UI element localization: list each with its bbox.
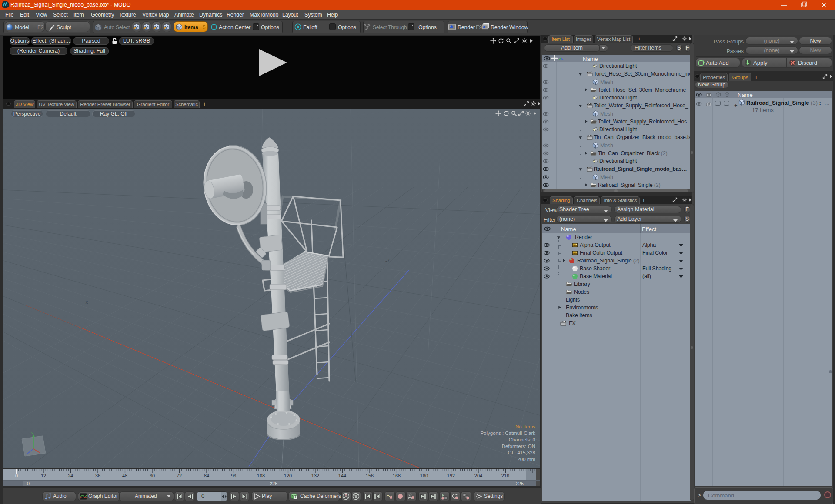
svg-text:-X.: -X. xyxy=(84,300,90,305)
svg-text:132: 132 xyxy=(311,473,319,478)
svg-text:Y.: Y. xyxy=(31,431,34,435)
svg-text:168: 168 xyxy=(393,473,401,478)
svg-text:225: 225 xyxy=(270,481,277,486)
svg-text:72: 72 xyxy=(177,473,182,478)
svg-text:-7.: -7. xyxy=(385,258,391,263)
svg-text:216: 216 xyxy=(501,473,509,478)
svg-text:156: 156 xyxy=(366,473,374,478)
svg-text:36: 36 xyxy=(95,473,100,478)
svg-text:204: 204 xyxy=(474,473,482,478)
svg-text:48: 48 xyxy=(122,473,127,478)
svg-text:225: 225 xyxy=(516,481,524,486)
svg-text:180: 180 xyxy=(420,473,428,478)
svg-text:24: 24 xyxy=(68,473,73,478)
svg-text:192: 192 xyxy=(447,473,455,478)
svg-text:84: 84 xyxy=(204,473,209,478)
svg-text:120: 120 xyxy=(284,473,292,478)
svg-text:0: 0 xyxy=(27,481,30,486)
svg-text:60: 60 xyxy=(150,473,155,478)
svg-text:12: 12 xyxy=(41,473,46,478)
svg-text:144: 144 xyxy=(338,473,346,478)
svg-text:108: 108 xyxy=(257,473,265,478)
svg-text:96: 96 xyxy=(231,473,236,478)
